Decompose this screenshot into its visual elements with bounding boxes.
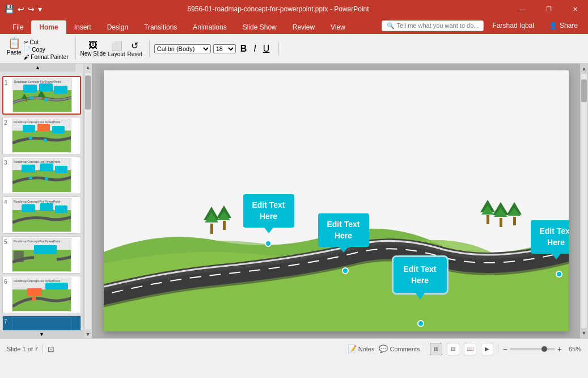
ribbon-search[interactable]: 🔍: [382, 20, 484, 31]
font-select[interactable]: Calibri (Body): [154, 44, 211, 53]
underline-btn[interactable]: U: [261, 43, 272, 55]
bold-btn[interactable]: B: [238, 43, 249, 55]
slide-thumb-2[interactable]: 2 Roadmap Concept For PowerPoint: [2, 117, 81, 154]
layout-btn[interactable]: ⬜ Layout: [108, 40, 125, 57]
normal-view-btn[interactable]: ⊞: [430, 343, 442, 355]
callout-dot-3: [417, 320, 424, 327]
svg-rect-32: [210, 224, 213, 234]
zoom-thumb[interactable]: [542, 346, 547, 352]
callout-1-text: Edit TextHere: [252, 200, 285, 221]
close-button[interactable]: ✕: [562, 0, 588, 18]
ribbon-bar: 📋 Paste ✂ Cut 📄 Copy 🖌 Format Painter 🖼 …: [0, 34, 588, 64]
sidebar-vscroll-up[interactable]: ▲: [84, 64, 92, 72]
svg-rect-3: [43, 97, 44, 99]
svg-rect-6: [23, 85, 37, 93]
statusbar-right: 📝 Notes 💬 Comments ⊞ ⊟ 📖 ▶ − + 65%: [348, 343, 581, 355]
callout-dot-2: [342, 267, 349, 274]
tab-review[interactable]: Review: [285, 20, 323, 34]
svg-marker-0: [21, 94, 28, 99]
cut-btn[interactable]: ✂ Cut: [24, 39, 69, 45]
vscroll-track: [581, 74, 587, 328]
svg-point-4: [29, 96, 33, 99]
title-bar: 💾 ↩ ↪ ▾ 6956-01-roadmap-concept-for-powe…: [0, 0, 588, 18]
svg-rect-19: [22, 204, 35, 212]
callout-3-text: Edit TextHere: [403, 264, 436, 285]
tab-slideshow[interactable]: Slide Show: [235, 20, 285, 34]
callout-2-text: Edit TextHere: [327, 220, 359, 240]
sidebar-scroll-down[interactable]: ▼: [0, 330, 83, 338]
new-slide-btn[interactable]: 🖼 New Slide: [81, 40, 106, 57]
share-button[interactable]: 👤 Share: [543, 19, 583, 32]
tab-insert[interactable]: Insert: [66, 20, 99, 34]
svg-rect-24: [34, 255, 57, 264]
fit-slide-icon[interactable]: ⊡: [48, 345, 54, 354]
zoom-in-btn[interactable]: +: [557, 345, 562, 354]
font-size-select[interactable]: 18: [213, 44, 236, 53]
callout-dot-1: [265, 240, 272, 247]
vscroll-down-btn[interactable]: ▼: [580, 329, 588, 337]
italic-btn[interactable]: I: [251, 43, 258, 55]
paste-btn[interactable]: 📋 Paste: [7, 37, 22, 60]
divider-1: [43, 345, 43, 354]
vertical-scrollbar: ▲ ▼: [580, 64, 588, 338]
save-icon[interactable]: 💾: [5, 5, 14, 14]
sidebar-scroll-up[interactable]: ▲: [0, 64, 75, 72]
svg-rect-1: [26, 99, 27, 102]
svg-rect-44: [513, 217, 516, 225]
vscroll-up-btn[interactable]: ▲: [580, 65, 588, 73]
sidebar-scroll-thumb[interactable]: [85, 75, 91, 110]
restore-button[interactable]: ❐: [536, 0, 562, 18]
divider-2: [425, 345, 425, 354]
ribbon-tabs: File Home Insert Design Transitions Anim…: [0, 18, 588, 34]
tab-design[interactable]: Design: [99, 20, 136, 34]
slides-panel: ▲ 1: [0, 64, 84, 338]
copy-btn[interactable]: 📄 Copy: [24, 47, 69, 53]
slide-thumb-5[interactable]: 5 Roadmap Concept For PowerPoint: [2, 236, 81, 274]
callout-1[interactable]: Edit TextHere: [243, 194, 294, 228]
divider-3: [498, 345, 498, 354]
sidebar-vscroll-down[interactable]: ▼: [84, 330, 92, 338]
zoom-slider[interactable]: [510, 348, 555, 350]
slides-group: 🖼 New Slide ⬜ Layout ↺ Reset: [81, 40, 150, 57]
callout-4[interactable]: Edit TextHere: [531, 220, 569, 254]
reset-btn[interactable]: ↺ Reset: [128, 40, 142, 57]
main-slide[interactable]: Roadmap Concept for PowerPoint: [104, 70, 569, 331]
callout-2[interactable]: Edit TextHere: [318, 213, 369, 247]
svg-rect-16: [22, 165, 35, 173]
slide-thumb-1[interactable]: 1: [2, 76, 81, 115]
slide-thumb-6[interactable]: 6 Roadmap Concept For PowerPoint: [2, 276, 81, 313]
slide-svg: [104, 70, 569, 331]
svg-point-15: [45, 177, 48, 180]
customize-icon[interactable]: ▾: [38, 5, 42, 14]
clipboard-group: 📋 Paste ✂ Cut 📄 Copy 🖌 Format Painter: [7, 37, 76, 60]
notes-icon: 📝: [348, 345, 357, 353]
callout-3[interactable]: Edit TextHere: [392, 255, 449, 295]
svg-rect-12: [37, 124, 50, 131]
callout-4-text: Edit TextHere: [539, 226, 568, 247]
reading-view-btn[interactable]: 📖: [464, 343, 476, 355]
search-input[interactable]: [397, 22, 479, 29]
notes-label: Notes: [358, 346, 375, 352]
zoom-out-btn[interactable]: −: [503, 345, 507, 354]
undo-icon[interactable]: ↩: [18, 5, 24, 14]
tab-home[interactable]: Home: [31, 20, 66, 34]
svg-rect-27: [45, 283, 68, 289]
vscroll-thumb[interactable]: [581, 79, 587, 102]
sidebar-scrollbar: ▲ ▼: [84, 64, 92, 338]
redo-icon[interactable]: ↪: [28, 5, 35, 14]
slide-thumb-3[interactable]: 3 Roadmap Concept For PowerPoint: [2, 157, 81, 194]
search-icon: 🔍: [387, 22, 395, 30]
slide-thumb-4[interactable]: 4 Roadmap Concept For PowerPoint: [2, 196, 81, 234]
tab-file[interactable]: File: [5, 20, 31, 34]
notes-btn[interactable]: 📝 Notes: [348, 345, 375, 353]
format-painter-btn[interactable]: 🖌 Format Painter: [24, 54, 69, 60]
tab-animations[interactable]: Animations: [185, 20, 234, 34]
minimize-button[interactable]: —: [510, 0, 536, 18]
slide-sorter-btn[interactable]: ⊟: [447, 343, 459, 355]
tab-transitions[interactable]: Transitions: [136, 20, 185, 34]
tab-view[interactable]: View: [323, 20, 353, 34]
comments-btn[interactable]: 💬 Comments: [379, 345, 420, 353]
svg-point-14: [29, 176, 32, 179]
slideshow-btn[interactable]: ▶: [481, 343, 493, 355]
svg-rect-38: [487, 215, 489, 224]
